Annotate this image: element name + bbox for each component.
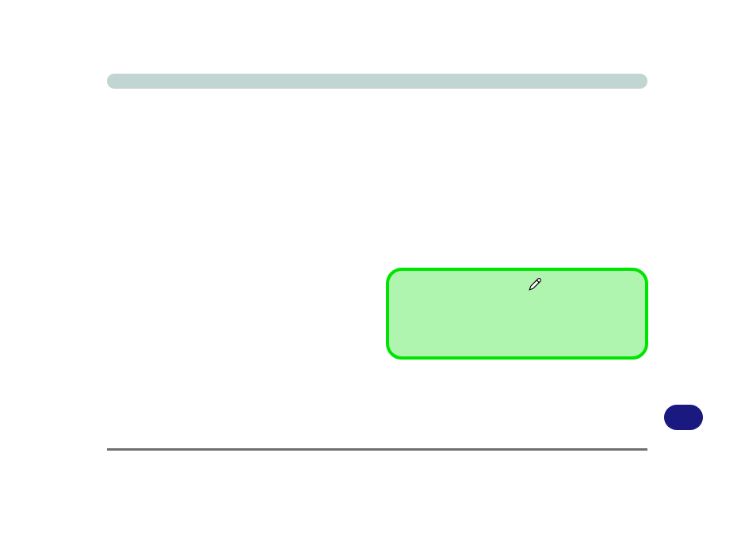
divider-line xyxy=(107,448,647,451)
highlight-panel xyxy=(386,268,648,360)
action-button[interactable] xyxy=(664,405,703,430)
top-bar xyxy=(107,74,647,89)
pen-icon[interactable] xyxy=(528,277,542,291)
